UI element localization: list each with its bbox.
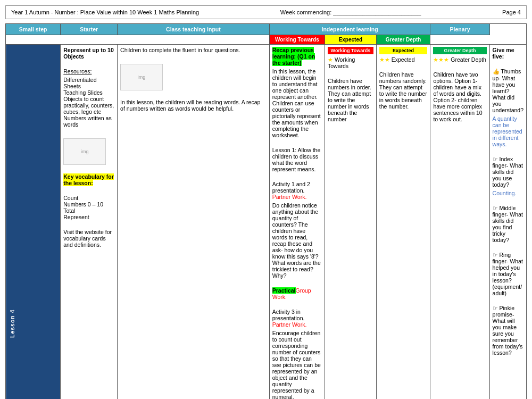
activity12: Activity 1 and 2 presentation. Partner W… — [272, 181, 322, 200]
th-working-towards: Working Towards — [269, 35, 325, 45]
recap-label: Recap previous learning: (Q1 on the star… — [272, 47, 315, 66]
lesson-label: Lesson 4 — [6, 45, 61, 400]
th-expected: Expected — [325, 35, 376, 45]
gd-icon: ★★★ Greater Depth — [433, 56, 486, 63]
resources-text: Differentiated SheetsTeaching SlidesObje… — [63, 77, 114, 128]
wt-text: Children have numbers in order. They can… — [328, 78, 373, 122]
plenary-intro: Give me five: — [493, 47, 514, 60]
plenary-thumb: 👍 Thumbs up- What have you learnt? What … — [493, 68, 523, 113]
exp-icon: ★★ Expected — [379, 56, 428, 63]
plenary-cell: Give me five: 👍 Thumbs up- What have you… — [489, 45, 526, 400]
expected-cell: Expected ★★ Expected Children have numbe… — [376, 45, 430, 400]
spacer3 — [118, 35, 270, 45]
plenary-pinkie: ☞ Pinkie promise- What will you make sur… — [493, 305, 523, 356]
wt-badge: Working Towards — [328, 47, 373, 54]
spacer4 — [430, 35, 489, 45]
class-para1: In this lesson, the children will begin … — [272, 68, 322, 138]
th-independent: Independent learning — [269, 24, 430, 35]
starter-intro: Children to complete the fluent in four … — [120, 47, 267, 53]
plenary-middle: ☞ Middle finger- What skills did you fin… — [493, 205, 523, 243]
small-step-heading: Represent up to 10 Objects — [63, 47, 114, 60]
gd-badge: Greater Depth — [433, 47, 486, 54]
starter-image: img — [120, 64, 163, 90]
greater-depth-cell: Greater Depth ★★★ Greater Depth Children… — [430, 45, 489, 400]
spacer1 — [6, 35, 61, 45]
main-table: Small step Starter Class teaching input … — [5, 23, 527, 399]
activity3-text: Encourage children to count out correspo… — [272, 330, 322, 399]
practical-group: PracticalGroup Work. — [272, 287, 322, 300]
class-teaching-cell: Recap previous learning: (Q1 on the star… — [269, 45, 325, 400]
th-plenary: Plenary — [430, 24, 489, 35]
header-page: Page 4 — [502, 9, 521, 15]
lesson-row: Lesson 4 Represent up to 10 Objects Reso… — [6, 45, 527, 400]
page-wrapper: Year 1 Autumn - Number : Place Value wit… — [0, 0, 532, 399]
spacer2 — [61, 35, 118, 45]
ind-subheader-row: Working Towards Expected Greater Depth — [6, 35, 527, 45]
wt-icon: ★ Working Towards — [328, 56, 373, 69]
small-step-cell: Represent up to 10 Objects Resources: Di… — [61, 45, 118, 400]
visit-text: Visit the website for vocabulary cards a… — [63, 229, 114, 248]
exp-badge: Expected — [379, 47, 428, 54]
starter-cell: Children to complete the fluent in four … — [118, 45, 270, 400]
column-header-row: Small step Starter Class teaching input … — [6, 24, 527, 35]
plenary-blue-note: A quantity can be represented in differe… — [493, 115, 523, 147]
plenary-ring: ☞ Ring finger- What helped you in today'… — [493, 252, 523, 296]
starter-body: In this lesson, the children will be rea… — [120, 99, 267, 112]
th-class-teaching: Class teaching input — [118, 24, 270, 35]
exp-text: Children have numbers randomly. They can… — [379, 71, 428, 110]
header-bar: Year 1 Autumn - Number : Place Value wit… — [5, 5, 527, 19]
activity12-q: Do children notice anything about the qu… — [272, 202, 322, 279]
key-vocab-label: Key vocabulary for the lesson: — [63, 173, 114, 186]
th-small-step: Small step — [6, 24, 61, 35]
th-starter: Starter — [61, 24, 118, 35]
plenary-counting: Counting. — [493, 190, 523, 196]
working-towards-cell: Working Towards ★ Working Towards Childr… — [325, 45, 376, 400]
activity3: Activity 3 in presentation. Partner Work… — [272, 309, 322, 328]
lesson1: Lesson 1: Allow the children to discuss … — [272, 147, 322, 172]
header-title: Year 1 Autumn - Number : Place Value wit… — [11, 9, 199, 15]
header-week: Week commencing: _______________________… — [280, 9, 421, 15]
resources-label: Resources: — [63, 68, 92, 74]
vocab-list: CountNumbers 0 – 10TotalRepresent — [63, 195, 114, 220]
worksheet-image: img — [63, 138, 106, 165]
plenary-index: ☞ Index finger- What skills did you use … — [493, 156, 523, 188]
gd-text: Children have two options. Option 1- chi… — [433, 71, 486, 122]
th-greater-depth: Greater Depth — [376, 35, 430, 45]
